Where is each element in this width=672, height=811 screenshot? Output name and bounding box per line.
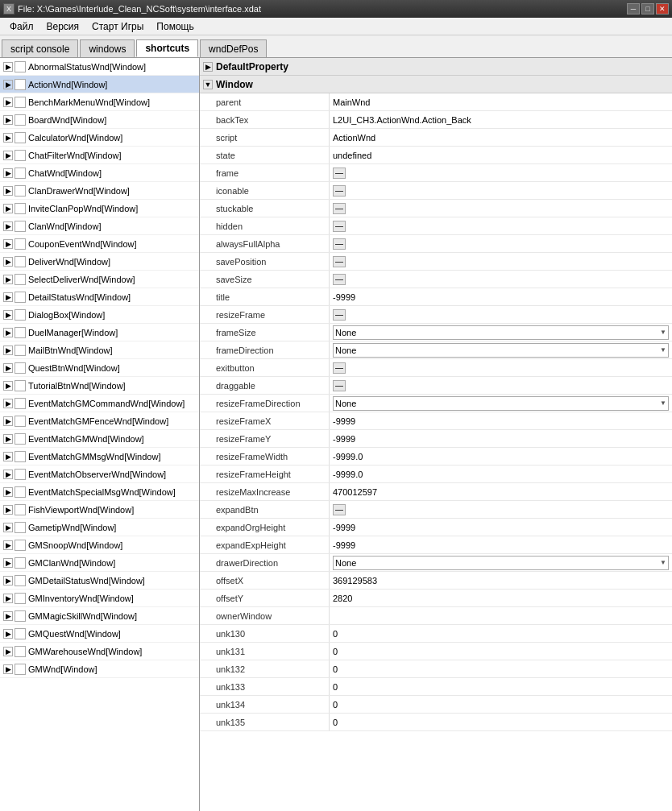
tree-item-SelectDeliverWnd[interactable]: ▶ SelectDeliverWnd[Window] [0,271,199,288]
prop-value-resizeFrameWidth[interactable] [329,448,672,465]
input-resizeFrameHeight[interactable] [333,470,669,479]
tree-expand-DialogBox[interactable]: ▶ [3,310,13,320]
tree-expand-FishViewportWnd[interactable]: ▶ [3,505,13,515]
input-offsetX[interactable] [333,576,669,585]
prop-value-resizeMaxIncrease[interactable] [329,483,672,500]
tree-item-MailBtnWnd[interactable]: ▶ MailBtnWnd[Window] [0,341,199,359]
dropdown-drawerDirection[interactable]: None▼ [333,556,669,570]
tree-item-DetailStatusWnd[interactable]: ▶ DetailStatusWnd[Window] [0,288,199,306]
tree-expand-EventMatchGMCommandWnd[interactable]: ▶ [3,399,13,408]
tree-item-DeliverWnd[interactable]: ▶ DeliverWnd[Window] [0,253,199,271]
dropdown-resizeFrameDirection[interactable]: None▼ [333,396,669,411]
prop-value-state[interactable] [329,147,672,163]
prop-row-parent[interactable]: parent [200,93,672,111]
tree-expand-EventMatchGMMsgWnd[interactable]: ▶ [3,452,13,461]
prop-row-state[interactable]: state [200,147,672,164]
prop-row-resizeFrameY[interactable]: resizeFrameY [200,430,672,448]
prop-row-unk135[interactable]: unk135 [200,714,672,731]
tree-expand-DuelManager[interactable]: ▶ [3,328,13,337]
dash-box-alwaysFullAlpha[interactable]: — [333,238,346,250]
prop-row-offsetX[interactable]: offsetX [200,572,672,590]
prop-row-resizeMaxIncrease[interactable]: resizeMaxIncrease [200,483,672,501]
prop-row-unk130[interactable]: unk130 [200,625,672,643]
dash-box-saveSize[interactable]: — [333,274,346,285]
tree-item-BenchMarkMenuWnd[interactable]: ▶ BenchMarkMenuWnd[Window] [0,93,199,111]
menu-item-file[interactable]: Файл [3,19,40,34]
input-unk133[interactable] [333,682,669,692]
tree-expand-GMClanWnd[interactable]: ▶ [3,558,13,568]
tree-expand-ChatFilterWnd[interactable]: ▶ [3,151,13,160]
prop-row-frameDirection[interactable]: frameDirectionNone▼ [200,341,672,359]
prop-value-title[interactable] [329,288,672,305]
prop-row-unk131[interactable]: unk131 [200,643,672,660]
dash-box-resizeFrame[interactable]: — [333,309,346,321]
tree-item-FishViewportWnd[interactable]: ▶ FishViewportWnd[Window] [0,501,199,519]
section-header-default[interactable]: ▶ DefaultProperty [200,58,672,76]
tree-item-GMInventoryWnd[interactable]: ▶ GMInventoryWnd[Window] [0,590,199,607]
prop-row-ownerWindow[interactable]: ownerWindow [200,607,672,625]
maximize-button[interactable]: □ [641,3,654,14]
tree-expand-GMWnd[interactable]: ▶ [3,664,13,674]
tree-item-DialogBox[interactable]: ▶ DialogBox[Window] [0,306,199,324]
tree-item-EventMatchSpecialMsgWnd[interactable]: ▶ EventMatchSpecialMsgWnd[Window] [0,483,199,501]
tree-expand-InviteClanPopWnd[interactable]: ▶ [3,204,13,213]
dropdown-frameDirection[interactable]: None▼ [333,343,669,358]
input-unk130[interactable] [333,629,669,639]
tree-item-GMWnd[interactable]: ▶ GMWnd[Window] [0,660,199,678]
tree-expand-DetailStatusWnd[interactable]: ▶ [3,292,13,302]
dash-box-iconable[interactable]: — [333,185,346,197]
tab-wnddefpos[interactable]: wndDefPos [200,39,267,57]
tree-item-GMDetailStatusWnd[interactable]: ▶ GMDetailStatusWnd[Window] [0,572,199,590]
input-expandExpHeight[interactable] [333,540,669,550]
tree-expand-ActionWnd[interactable]: ▶ [3,80,13,89]
tree-item-GMSnoopWnd[interactable]: ▶ GMSnoopWnd[Window] [0,536,199,554]
tree-item-EventMatchObserverWnd[interactable]: ▶ EventMatchObserverWnd[Window] [0,465,199,483]
tree-item-CalculatorWnd[interactable]: ▶ CalculatorWnd[Window] [0,129,199,147]
tree-expand-GMDetailStatusWnd[interactable]: ▶ [3,576,13,585]
prop-value-expandExpHeight[interactable] [329,536,672,553]
prop-value-backTex[interactable] [329,111,672,128]
prop-value-unk134[interactable] [329,696,672,713]
tree-item-ChatWnd[interactable]: ▶ ChatWnd[Window] [0,164,199,182]
tree-expand-QuestBtnWnd[interactable]: ▶ [3,363,13,373]
dash-box-hidden[interactable]: — [333,221,346,232]
prop-row-offsetY[interactable]: offsetY [200,590,672,607]
prop-row-draggable[interactable]: draggable— [200,377,672,395]
tree-item-QuestBtnWnd[interactable]: ▶ QuestBtnWnd[Window] [0,359,199,377]
tree-expand-SelectDeliverWnd[interactable]: ▶ [3,275,13,284]
dash-box-stuckable[interactable]: — [333,203,346,214]
input-ownerWindow[interactable] [333,611,669,621]
prop-row-stuckable[interactable]: stuckable— [200,200,672,217]
tree-expand-DeliverWnd[interactable]: ▶ [3,257,13,267]
tree-item-BoardWnd[interactable]: ▶ BoardWnd[Window] [0,111,199,129]
tree-expand-GMWarehouseWnd[interactable]: ▶ [3,647,13,656]
prop-value-unk131[interactable] [329,643,672,660]
section-header-window[interactable]: ▼ Window [200,76,672,93]
dash-box-frame[interactable]: — [333,168,346,179]
tree-item-EventMatchGMCommandWnd[interactable]: ▶ EventMatchGMCommandWnd[Window] [0,395,199,412]
input-unk132[interactable] [333,664,669,674]
prop-row-expandBtn[interactable]: expandBtn— [200,501,672,519]
input-resizeFrameX[interactable] [333,416,669,426]
menu-item-version[interactable]: Версия [40,19,86,34]
tree-item-AbnormalStatusWnd[interactable]: ▶ AbnormalStatusWnd[Window] [0,58,199,76]
input-title[interactable] [333,292,669,302]
prop-value-offsetY[interactable] [329,590,672,606]
prop-row-backTex[interactable]: backTex [200,111,672,129]
prop-value-frameDirection[interactable]: None▼ [329,341,672,358]
prop-row-alwaysFullAlpha[interactable]: alwaysFullAlpha— [200,235,672,253]
prop-row-hidden[interactable]: hidden— [200,217,672,235]
prop-row-resizeFrameDirection[interactable]: resizeFrameDirectionNone▼ [200,395,672,412]
prop-value-ownerWindow[interactable] [329,607,672,624]
dash-box-expandBtn[interactable]: — [333,504,346,515]
prop-row-expandOrgHeight[interactable]: expandOrgHeight [200,519,672,536]
input-expandOrgHeight[interactable] [333,523,669,532]
tree-item-EventMatchGMWnd[interactable]: ▶ EventMatchGMWnd[Window] [0,430,199,448]
prop-value-resizeFrameHeight[interactable] [329,465,672,482]
tree-expand-BenchMarkMenuWnd[interactable]: ▶ [3,97,13,107]
section-expand-default[interactable]: ▶ [203,62,213,72]
prop-row-iconable[interactable]: iconable— [200,182,672,200]
input-resizeFrameY[interactable] [333,434,669,444]
prop-value-offsetX[interactable] [329,572,672,589]
tree-item-EventMatchGMFenceWnd[interactable]: ▶ EventMatchGMFenceWnd[Window] [0,412,199,430]
